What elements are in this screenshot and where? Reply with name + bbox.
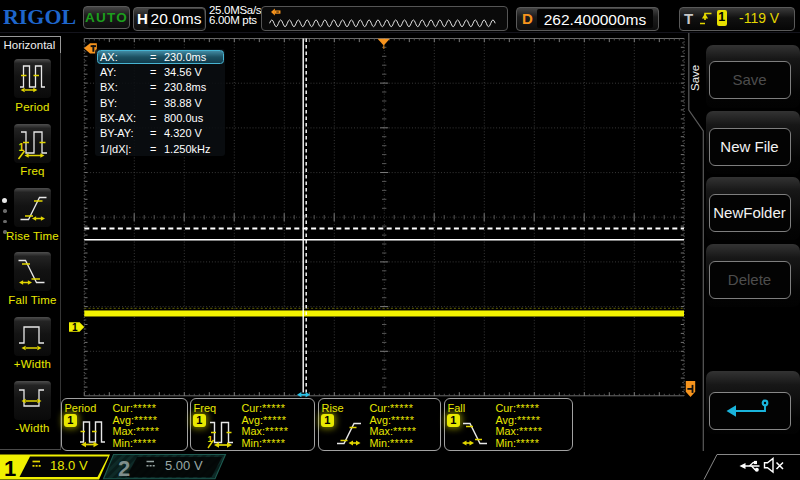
svg-text:5.00 V: 5.00 V: [165, 458, 203, 473]
svg-text:18.0 V: 18.0 V: [50, 458, 88, 473]
svg-text:1: 1: [72, 322, 78, 333]
svg-text:2: 2: [118, 456, 130, 480]
svg-text:1: 1: [4, 456, 16, 480]
